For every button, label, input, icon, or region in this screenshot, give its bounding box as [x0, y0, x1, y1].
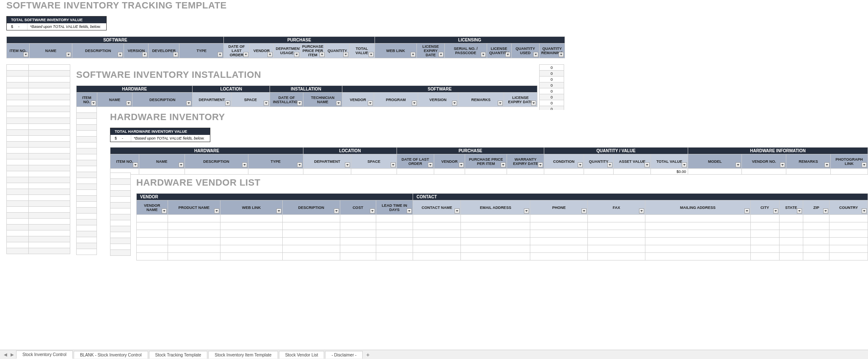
- filter-icon[interactable]: [531, 101, 536, 106]
- filter-icon[interactable]: [607, 162, 612, 167]
- table-row[interactable]: [7, 71, 70, 77]
- table-row[interactable]: [7, 171, 70, 177]
- table-row[interactable]: [77, 113, 97, 119]
- table-row[interactable]: [7, 159, 70, 165]
- filter-icon[interactable]: [126, 101, 131, 106]
- filter-icon[interactable]: [368, 101, 373, 106]
- filter-icon[interactable]: [225, 101, 230, 106]
- tab-stock-inventory-control[interactable]: Stock Inventory Control: [16, 351, 73, 359]
- table-row[interactable]: [110, 185, 131, 191]
- filter-icon[interactable]: [559, 52, 564, 57]
- table-row[interactable]: 0: [540, 77, 564, 82]
- table-row[interactable]: [137, 230, 868, 238]
- table-row[interactable]: [110, 203, 131, 208]
- table-row[interactable]: [7, 88, 70, 94]
- table-row[interactable]: [77, 131, 97, 137]
- filter-icon[interactable]: [264, 101, 269, 106]
- table-row[interactable]: [77, 243, 97, 249]
- table-row[interactable]: [7, 77, 70, 82]
- table-row[interactable]: [77, 172, 97, 178]
- filter-icon[interactable]: [438, 52, 444, 57]
- table-row[interactable]: [110, 244, 131, 250]
- table-row[interactable]: 0: [540, 94, 564, 100]
- filter-icon[interactable]: [218, 52, 223, 57]
- filter-icon[interactable]: [773, 208, 778, 214]
- table-row[interactable]: [77, 143, 97, 148]
- table-row[interactable]: [77, 125, 97, 131]
- table-row[interactable]: [7, 189, 70, 195]
- table-row[interactable]: [110, 226, 131, 232]
- table-row[interactable]: 0: [540, 88, 564, 94]
- filter-icon[interactable]: [267, 52, 273, 57]
- table-row[interactable]: [7, 118, 70, 124]
- add-sheet-button[interactable]: +: [364, 351, 372, 358]
- filter-icon[interactable]: [369, 52, 374, 57]
- table-row[interactable]: [110, 250, 131, 256]
- table-row[interactable]: [7, 124, 70, 130]
- table-row[interactable]: [7, 248, 70, 254]
- filter-icon[interactable]: [320, 52, 325, 57]
- table-row[interactable]: 0: [540, 65, 564, 71]
- filter-icon[interactable]: [66, 52, 71, 57]
- table-row[interactable]: [77, 196, 97, 202]
- filter-icon[interactable]: [524, 208, 529, 214]
- table-row[interactable]: [110, 232, 131, 238]
- filter-icon[interactable]: [133, 162, 138, 167]
- filter-icon[interactable]: [243, 52, 248, 57]
- table-row[interactable]: [77, 237, 97, 243]
- filter-icon[interactable]: [297, 101, 302, 106]
- table-row[interactable]: [7, 201, 70, 207]
- table-row[interactable]: [7, 207, 70, 213]
- filter-icon[interactable]: [533, 52, 538, 57]
- filter-icon[interactable]: [370, 208, 375, 214]
- table-row[interactable]: [7, 236, 70, 242]
- tab-nav-prev-icon[interactable]: ◀: [3, 352, 8, 358]
- filter-icon[interactable]: [645, 162, 650, 167]
- table-row[interactable]: [77, 119, 97, 125]
- filter-icon[interactable]: [294, 52, 299, 57]
- table-row[interactable]: [7, 230, 70, 236]
- table-row[interactable]: [7, 142, 70, 148]
- table-row[interactable]: [7, 106, 70, 112]
- filter-icon[interactable]: [639, 208, 644, 214]
- filter-icon[interactable]: [179, 162, 184, 167]
- table-row[interactable]: [137, 253, 868, 260]
- filter-icon[interactable]: [428, 162, 433, 167]
- filter-icon[interactable]: [538, 162, 543, 167]
- table-row[interactable]: [7, 219, 70, 225]
- table-row[interactable]: [77, 231, 97, 237]
- filter-icon[interactable]: [797, 208, 802, 214]
- filter-icon[interactable]: [744, 208, 750, 214]
- table-row[interactable]: [77, 166, 97, 172]
- filter-icon[interactable]: [214, 208, 219, 214]
- filter-icon[interactable]: [862, 162, 867, 167]
- table-row[interactable]: [77, 208, 97, 214]
- filter-icon[interactable]: [345, 162, 350, 167]
- filter-icon[interactable]: [459, 162, 464, 167]
- table-row[interactable]: [7, 65, 70, 71]
- filter-icon[interactable]: [91, 101, 96, 106]
- table-row[interactable]: [110, 191, 131, 197]
- table-row[interactable]: [110, 208, 131, 214]
- table-row[interactable]: [77, 148, 97, 154]
- tab-stock-vendor-list[interactable]: Stock Vendor List: [279, 351, 325, 359]
- filter-icon[interactable]: [412, 101, 417, 106]
- filter-icon[interactable]: [581, 208, 587, 214]
- filter-icon[interactable]: [391, 162, 396, 167]
- table-row[interactable]: [137, 245, 868, 253]
- table-row[interactable]: [137, 222, 868, 230]
- table-row[interactable]: [110, 197, 131, 203]
- filter-icon[interactable]: [142, 52, 147, 57]
- filter-icon[interactable]: [411, 52, 416, 57]
- table-row[interactable]: [110, 214, 131, 220]
- tab-stock-inventory-item-template[interactable]: Stock Inventory Item Template: [208, 351, 278, 359]
- filter-icon[interactable]: [862, 208, 867, 214]
- filter-icon[interactable]: [455, 208, 460, 214]
- filter-icon[interactable]: [407, 208, 412, 214]
- table-row[interactable]: [110, 179, 131, 185]
- table-row[interactable]: [77, 178, 97, 184]
- filter-icon[interactable]: [23, 52, 28, 57]
- table-row[interactable]: [110, 173, 131, 179]
- filter-icon[interactable]: [118, 52, 123, 57]
- table-row[interactable]: [7, 130, 70, 136]
